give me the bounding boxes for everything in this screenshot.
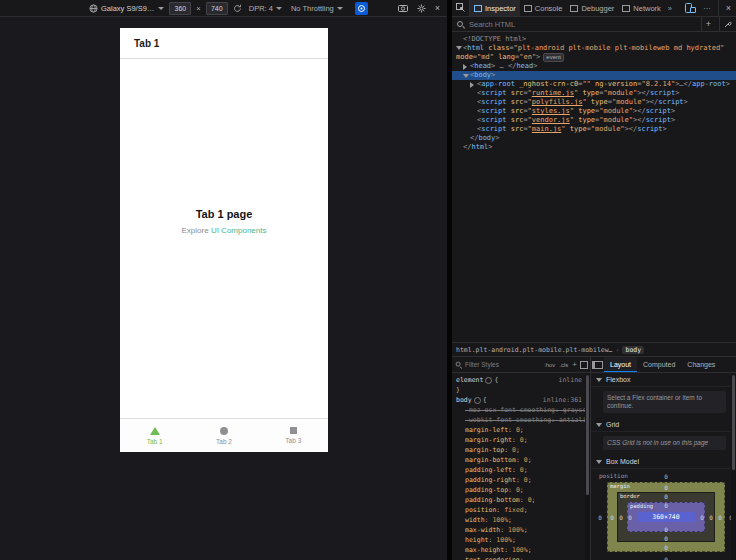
box-model-section-header[interactable]: Box Model <box>591 455 730 469</box>
markup-line[interactable]: <body> <box>452 71 736 80</box>
app-tab-tab-2[interactable]: Tab 2 <box>189 419 258 452</box>
css-declaration[interactable]: margin-bottom: 0; <box>456 455 590 465</box>
tab-network[interactable]: Network <box>618 0 665 16</box>
selector-highlighter-icon[interactable] <box>474 397 481 404</box>
css-declaration[interactable]: margin-right: 0; <box>456 435 590 445</box>
layout-scrollbar[interactable] <box>731 373 736 560</box>
viewport-width-input[interactable]: 360 <box>169 2 191 15</box>
css-declaration[interactable]: padding-top: 0; <box>456 485 590 495</box>
breadcrumb-item[interactable]: body <box>622 346 644 354</box>
rdm-settings-gear-icon[interactable] <box>417 4 426 13</box>
markup-line[interactable]: <head> … </head> <box>452 62 736 71</box>
scrollbar-thumb[interactable] <box>732 375 735 470</box>
padding-top-value[interactable]: 0 <box>664 502 668 509</box>
sidebar-tab-computed[interactable]: Computed <box>637 357 681 372</box>
css-declaration[interactable]: padding-left: 0; <box>456 465 590 475</box>
sidebar-toggle-icon[interactable] <box>591 357 604 372</box>
css-declaration[interactable]: max-height: 100%; <box>456 545 590 555</box>
markup-line[interactable]: <script src="styles.js" type="module"></… <box>452 107 736 116</box>
padding-right-value[interactable]: 0 <box>700 514 704 521</box>
dpr-selector[interactable]: DPR: 4 <box>247 4 284 13</box>
border-right-value[interactable]: 0 <box>709 514 713 521</box>
app-tab-tab-1[interactable]: Tab 1 <box>120 419 189 452</box>
border-top-value[interactable]: 0 <box>664 493 668 500</box>
responsive-design-mode-button[interactable] <box>685 3 696 13</box>
css-declaration[interactable]: width: 100%; <box>456 515 590 525</box>
markup-line[interactable]: <html class="plt-android plt-mobile plt-… <box>452 44 736 62</box>
rule-source-link[interactable]: inline:361 <box>543 395 582 405</box>
padding-left-value[interactable]: 0 <box>628 514 632 521</box>
eyedropper-icon[interactable] <box>719 17 736 31</box>
css-declaration[interactable]: padding-right: 0; <box>456 475 590 485</box>
tab-debugger[interactable]: Debugger <box>566 0 618 16</box>
pick-element-button[interactable] <box>452 0 470 16</box>
markup-line[interactable]: <script src="runtime.js" type="module"><… <box>452 89 736 98</box>
tab-inspector[interactable]: Inspector <box>470 0 520 16</box>
css-declaration[interactable]: margin-left: 0; <box>456 425 590 435</box>
margin-right-value[interactable]: 0 <box>718 514 722 521</box>
more-tools-button[interactable]: » <box>665 0 675 16</box>
close-rdm-button[interactable]: × <box>435 4 440 13</box>
css-declaration[interactable]: margin-top: 0; <box>456 445 590 455</box>
css-declaration[interactable]: -webkit-font-smoothing: antialiased; <box>456 415 590 425</box>
markup-line[interactable]: </body> <box>452 134 736 143</box>
pseudo-class-button[interactable]: :hov <box>543 362 556 368</box>
box-model-content[interactable]: 360×740 <box>637 512 695 522</box>
print-media-icon[interactable] <box>580 361 588 369</box>
padding-bottom-value[interactable]: 0 <box>664 526 668 533</box>
add-rule-button[interactable]: + <box>571 360 578 369</box>
position-left-value[interactable]: 0 <box>598 514 602 521</box>
css-declaration[interactable]: -moz-osx-font-smoothing: grayscale; <box>456 405 590 415</box>
markup-line[interactable]: <script src="polyfills.js" type="module"… <box>452 98 736 107</box>
sidebar-tab-layout[interactable]: Layout <box>604 357 637 372</box>
twisty-open-icon[interactable] <box>463 71 470 80</box>
devtools-menu-button[interactable]: ··· <box>703 4 711 13</box>
sidebar-tab-changes[interactable]: Changes <box>681 357 721 372</box>
ui-components-link[interactable]: UI Components <box>211 226 267 235</box>
class-toggle-button[interactable]: .cls <box>558 362 569 368</box>
app-tab-tab-3[interactable]: Tab 3 <box>259 419 328 452</box>
margin-bottom-value[interactable]: 0 <box>664 544 668 551</box>
position-top-value[interactable]: 0 <box>664 473 668 480</box>
filter-search-icon <box>455 361 462 368</box>
markup-line[interactable]: <script src="vendor.js" type="module"></… <box>452 116 736 125</box>
screenshot-button[interactable] <box>398 4 408 12</box>
add-node-button[interactable]: + <box>701 17 715 31</box>
close-devtools-button[interactable]: × <box>726 4 731 13</box>
css-declaration[interactable]: text-rendering: <box>456 555 590 560</box>
filter-styles-input[interactable]: Filter Styles <box>465 361 541 368</box>
breadcrumb-item[interactable]: html.plt-android.plt-mobile.plt-mobilew… <box>456 346 613 354</box>
css-declaration[interactable]: height: 100%; <box>456 535 590 545</box>
twisty-closed-icon[interactable] <box>463 62 470 71</box>
rule-source-link[interactable]: inline <box>559 375 582 385</box>
css-declaration[interactable]: max-width: 100%; <box>456 525 590 535</box>
markup-line[interactable]: <script src="main.js" type="module"></sc… <box>452 125 736 134</box>
event-badge[interactable]: event <box>543 53 564 62</box>
flexbox-section-header[interactable]: Flexbox <box>591 373 730 387</box>
rotate-viewport-icon[interactable] <box>233 4 242 13</box>
rule-selector[interactable]: body <box>456 395 472 405</box>
scrollbar-thumb[interactable] <box>586 375 589 495</box>
position-bottom-value[interactable]: 0 <box>664 556 668 560</box>
grid-section-header[interactable]: Grid <box>591 418 730 432</box>
css-declaration[interactable]: position: fixed; <box>456 505 590 515</box>
twisty-open-icon[interactable] <box>456 44 463 53</box>
rule-selector[interactable]: element <box>456 375 483 385</box>
markup-line[interactable]: </html> <box>452 143 736 152</box>
border-bottom-value[interactable]: 0 <box>664 535 668 542</box>
margin-top-value[interactable]: 0 <box>664 484 668 491</box>
touch-simulation-toggle[interactable] <box>355 2 368 15</box>
throttling-selector[interactable]: No Throttling <box>289 4 345 13</box>
rules-scrollbar[interactable] <box>585 373 590 560</box>
selector-highlighter-icon[interactable] <box>485 377 492 384</box>
twisty-closed-icon[interactable] <box>470 80 477 89</box>
viewport-height-input[interactable]: 740 <box>206 2 228 15</box>
css-declaration[interactable]: padding-bottom: 0; <box>456 495 590 505</box>
device-selector[interactable]: Galaxy S9/S9… <box>89 4 164 13</box>
markup-line[interactable]: <app-root _nghost-crn-c0="" ng-version="… <box>452 80 736 89</box>
markup-line[interactable]: <!DOCTYPE html> <box>452 35 736 44</box>
tab-console[interactable]: Console <box>520 0 567 16</box>
search-html-input[interactable]: Search HTML <box>469 20 697 29</box>
margin-left-value[interactable]: 0 <box>610 514 614 521</box>
border-left-value[interactable]: 0 <box>619 514 623 521</box>
